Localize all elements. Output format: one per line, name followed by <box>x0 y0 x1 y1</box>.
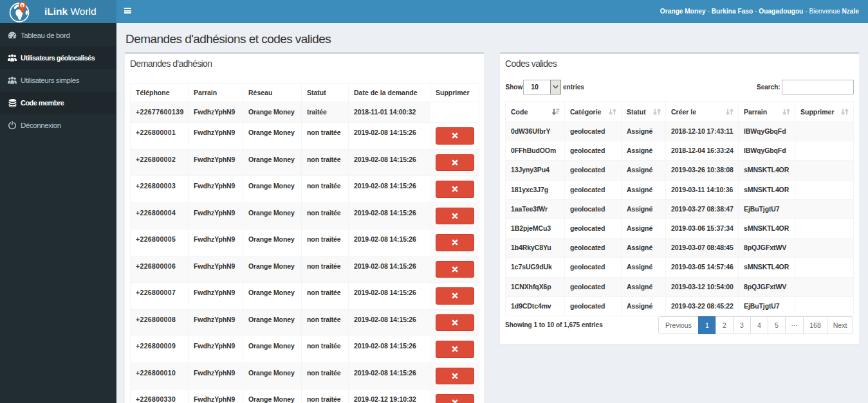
svg-text:$: $ <box>21 3 24 8</box>
